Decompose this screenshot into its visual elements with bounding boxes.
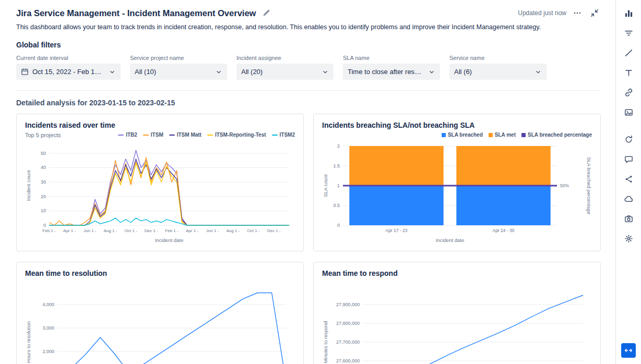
more-options-button[interactable] — [571, 7, 584, 19]
refresh-tool-button[interactable] — [621, 132, 636, 146]
camera-icon — [624, 214, 634, 224]
share-tool-button[interactable] — [621, 172, 636, 186]
filter-label: Current date interval — [16, 55, 121, 61]
legend-item: SLA breached percentage — [521, 132, 592, 138]
svg-text:3,000: 3,000 — [42, 325, 54, 331]
legend-item: ITSM — [143, 132, 163, 138]
filter-tool-button[interactable] — [621, 26, 636, 40]
legend-label: ITSM2 — [280, 132, 295, 138]
comment-tool-button[interactable] — [621, 152, 636, 166]
svg-text:Hours to resolution: Hours to resolution — [26, 321, 31, 363]
charts-grid: Incidents raised over time Top 5 project… — [16, 114, 601, 364]
svg-text:50%: 50% — [560, 183, 569, 188]
svg-text:Oct 1 -: Oct 1 - — [125, 228, 137, 233]
legend-label: SLA met — [495, 132, 516, 138]
chevron-down-icon — [109, 68, 116, 76]
gear-icon — [624, 234, 634, 244]
header: Jira Service Management - Incident Manag… — [16, 7, 601, 19]
link-tool-button[interactable] — [621, 86, 636, 99]
image-tool-button[interactable] — [621, 105, 636, 119]
chart-subtitle-row: Top 5 projects ITB2ITSMITSM MattITSM-Rep… — [25, 131, 295, 139]
service-project-select[interactable]: All (10) — [130, 64, 227, 80]
legend-label: ITB2 — [126, 132, 137, 138]
chevron-down-icon — [428, 68, 435, 76]
svg-text:1.5: 1.5 — [333, 163, 340, 168]
settings-tool-button[interactable] — [621, 232, 636, 245]
svg-text:27,900,000: 27,900,000 — [336, 302, 360, 307]
legend-label: ITSM-Reporting-Test — [215, 132, 266, 138]
camera-tool-button[interactable] — [621, 212, 636, 225]
legend-marker — [521, 133, 526, 137]
svg-text:Incident date: Incident date — [155, 237, 183, 243]
refresh-icon — [624, 135, 634, 144]
select-value: All (6) — [454, 68, 531, 76]
updated-status: Updated just now — [518, 9, 566, 17]
filter-service-project-name: Service project name All (10) — [130, 55, 227, 80]
svg-text:27,700,000: 27,700,000 — [336, 339, 360, 345]
line-tool-icon — [624, 48, 634, 58]
legend-label: ITSM — [151, 132, 163, 138]
chart-card-sla-breach: Incidents breaching SLA/not breaching SL… — [313, 114, 601, 251]
chart-legend: ITB2ITSMITSM MattITSM-Reporting-TestITSM… — [118, 132, 295, 138]
legend-item: SLA met — [489, 132, 516, 138]
svg-text:50: 50 — [41, 151, 46, 156]
edit-title-button[interactable] — [260, 7, 272, 19]
svg-text:Oct 1 -: Oct 1 - — [247, 228, 259, 233]
filter-current-date-interval: Current date interval Oct 15, 2022 - Feb… — [16, 55, 121, 80]
dashboard-app: Jira Service Management - Incident Manag… — [0, 0, 641, 364]
date-interval-select[interactable]: Oct 15, 2022 - Feb 15, 2023 — [16, 64, 121, 80]
svg-text:Apr 24 - 30: Apr 24 - 30 — [492, 228, 514, 233]
collapse-panel-button[interactable] — [621, 343, 636, 358]
collapse-view-button[interactable] — [588, 7, 601, 19]
chevron-down-icon — [215, 68, 222, 76]
chart-subtitle: Top 5 projects — [25, 132, 61, 138]
svg-text:30: 30 — [41, 179, 46, 185]
image-icon — [624, 107, 634, 117]
svg-text:27,800,000: 27,800,000 — [336, 321, 360, 326]
service-name-select[interactable]: All (6) — [449, 64, 547, 80]
svg-text:Feb 1 -: Feb 1 - — [165, 228, 179, 233]
sla-name-select[interactable]: Time to close after respon... — [343, 64, 440, 80]
svg-text:0: 0 — [337, 223, 340, 228]
select-value: Oct 15, 2022 - Feb 15, 2023 — [32, 68, 105, 76]
svg-text:10: 10 — [41, 208, 46, 213]
cloud-tool-button[interactable] — [621, 192, 636, 205]
dashboard-main: Jira Service Management - Incident Manag… — [0, 0, 615, 364]
draw-line-tool-button[interactable] — [621, 46, 636, 59]
svg-text:Jun 1 -: Jun 1 - — [206, 228, 219, 233]
filter-label: Service name — [449, 55, 547, 61]
chart-legend: SLA breachedSLA metSLA breached percenta… — [442, 132, 592, 138]
svg-text:4,000: 4,000 — [42, 302, 54, 307]
filter-incident-assignee: Incident assignee All (20) — [236, 55, 334, 80]
legend-marker — [272, 135, 278, 136]
text-tool-icon — [624, 68, 634, 78]
charts-tool-button[interactable] — [621, 6, 636, 20]
legend-label: ITSM Matt — [177, 132, 201, 138]
filter-label: SLA name — [343, 55, 440, 61]
svg-text:2,000: 2,000 — [42, 349, 54, 354]
legend-marker — [118, 135, 124, 136]
select-value: Time to close after respon... — [348, 68, 424, 76]
page-title: Jira Service Management - Incident Manag… — [16, 8, 256, 18]
text-tool-button[interactable] — [621, 66, 636, 79]
share-icon — [624, 174, 634, 184]
svg-text:Aug 1 -: Aug 1 - — [226, 228, 240, 233]
ellipsis-icon — [573, 8, 582, 18]
svg-text:40: 40 — [41, 165, 46, 170]
svg-text:1: 1 — [337, 183, 340, 188]
filter-service-name: Service name All (6) — [449, 55, 547, 80]
incident-assignee-select[interactable]: All (20) — [236, 64, 334, 80]
chart-title: Incidents breaching SLA/not breaching SL… — [322, 121, 592, 129]
chart-title: Mean time to resolution — [25, 269, 295, 277]
incidents-over-time-chart: 01020304050Feb 1 -Apr 1 -Jun 1 -Aug 1 -O… — [25, 141, 294, 244]
legend-item: ITB2 — [118, 132, 137, 138]
svg-text:Apr 17 - 23: Apr 17 - 23 — [385, 228, 407, 233]
chart-title: Mean time to respond — [322, 269, 592, 277]
link-icon — [624, 88, 634, 98]
svg-text:0: 0 — [43, 223, 46, 228]
global-filters-row: Current date interval Oct 15, 2022 - Feb… — [16, 55, 601, 80]
svg-text:Incident count: Incident count — [26, 170, 31, 201]
legend-label: SLA breached — [448, 132, 483, 138]
legend-marker — [442, 133, 446, 137]
right-toolbar — [615, 0, 641, 364]
